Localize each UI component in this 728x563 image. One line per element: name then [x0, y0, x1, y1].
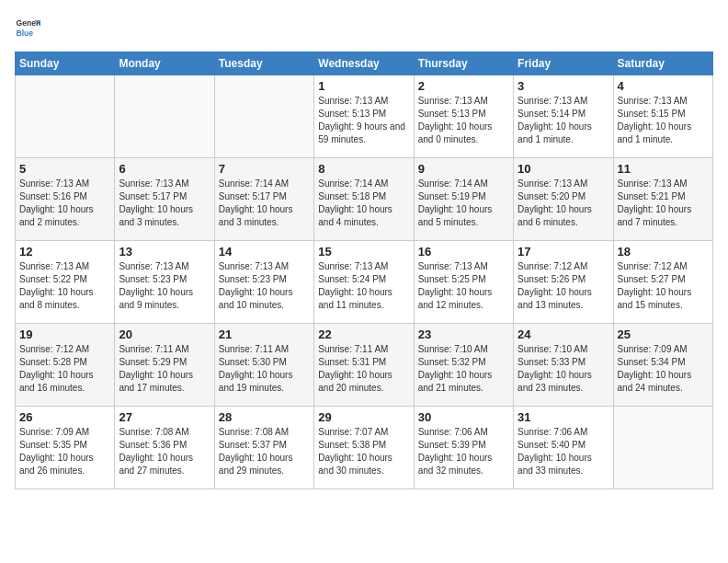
- day-number: 18: [618, 245, 709, 259]
- day-info: Sunrise: 7:07 AM Sunset: 5:38 PM Dayligh…: [318, 426, 409, 477]
- weekday-header-tuesday: Tuesday: [214, 52, 313, 75]
- day-number: 7: [219, 162, 310, 176]
- day-info: Sunrise: 7:06 AM Sunset: 5:40 PM Dayligh…: [518, 426, 609, 477]
- calendar-cell: 23Sunrise: 7:10 AM Sunset: 5:32 PM Dayli…: [414, 324, 513, 407]
- day-number: 27: [119, 410, 210, 424]
- day-number: 6: [119, 162, 210, 176]
- calendar-cell: 13Sunrise: 7:13 AM Sunset: 5:23 PM Dayli…: [115, 241, 214, 324]
- weekday-header-saturday: Saturday: [613, 52, 712, 75]
- day-info: Sunrise: 7:13 AM Sunset: 5:25 PM Dayligh…: [418, 260, 509, 312]
- day-number: 31: [518, 410, 609, 424]
- day-number: 29: [318, 410, 409, 424]
- page-header: General Blue: [15, 15, 713, 40]
- calendar-cell: 7Sunrise: 7:14 AM Sunset: 5:17 PM Daylig…: [214, 158, 313, 241]
- day-info: Sunrise: 7:13 AM Sunset: 5:21 PM Dayligh…: [618, 178, 709, 229]
- day-info: Sunrise: 7:13 AM Sunset: 5:13 PM Dayligh…: [318, 95, 409, 146]
- day-info: Sunrise: 7:14 AM Sunset: 5:17 PM Dayligh…: [219, 178, 310, 229]
- calendar-cell: 9Sunrise: 7:14 AM Sunset: 5:19 PM Daylig…: [414, 158, 513, 241]
- day-number: 17: [518, 245, 609, 259]
- day-number: 26: [19, 410, 110, 424]
- day-info: Sunrise: 7:12 AM Sunset: 5:26 PM Dayligh…: [518, 260, 609, 312]
- weekday-header-sunday: Sunday: [16, 52, 115, 75]
- weekday-header-thursday: Thursday: [414, 52, 513, 75]
- day-number: 28: [219, 410, 310, 424]
- day-info: Sunrise: 7:06 AM Sunset: 5:39 PM Dayligh…: [418, 426, 509, 477]
- calendar-cell: [613, 407, 712, 489]
- day-number: 19: [19, 327, 110, 341]
- day-number: 2: [418, 79, 509, 93]
- calendar-cell: [16, 75, 115, 158]
- day-info: Sunrise: 7:12 AM Sunset: 5:27 PM Dayligh…: [618, 260, 709, 312]
- calendar-cell: 21Sunrise: 7:11 AM Sunset: 5:30 PM Dayli…: [214, 324, 313, 407]
- calendar-cell: 8Sunrise: 7:14 AM Sunset: 5:18 PM Daylig…: [314, 158, 414, 241]
- day-number: 12: [19, 245, 110, 259]
- day-info: Sunrise: 7:08 AM Sunset: 5:36 PM Dayligh…: [119, 426, 210, 477]
- day-number: 22: [318, 327, 409, 341]
- svg-text:General: General: [17, 18, 40, 28]
- calendar-cell: 6Sunrise: 7:13 AM Sunset: 5:17 PM Daylig…: [115, 158, 214, 241]
- day-info: Sunrise: 7:11 AM Sunset: 5:29 PM Dayligh…: [119, 343, 210, 395]
- day-number: 5: [19, 162, 110, 176]
- day-info: Sunrise: 7:13 AM Sunset: 5:24 PM Dayligh…: [318, 260, 409, 312]
- calendar-cell: [115, 75, 214, 158]
- weekday-header-wednesday: Wednesday: [314, 52, 414, 75]
- calendar-cell: 25Sunrise: 7:09 AM Sunset: 5:34 PM Dayli…: [613, 324, 712, 407]
- calendar-cell: [214, 75, 313, 158]
- calendar-table: SundayMondayTuesdayWednesdayThursdayFrid…: [15, 52, 713, 489]
- day-info: Sunrise: 7:09 AM Sunset: 5:34 PM Dayligh…: [618, 343, 709, 395]
- day-info: Sunrise: 7:13 AM Sunset: 5:23 PM Dayligh…: [119, 260, 210, 312]
- calendar-cell: 30Sunrise: 7:06 AM Sunset: 5:39 PM Dayli…: [414, 407, 513, 489]
- day-info: Sunrise: 7:14 AM Sunset: 5:18 PM Dayligh…: [318, 178, 409, 229]
- calendar-cell: 26Sunrise: 7:09 AM Sunset: 5:35 PM Dayli…: [16, 407, 115, 489]
- logo: General Blue: [15, 15, 40, 40]
- calendar-cell: 1Sunrise: 7:13 AM Sunset: 5:13 PM Daylig…: [314, 75, 414, 158]
- calendar-cell: 22Sunrise: 7:11 AM Sunset: 5:31 PM Dayli…: [314, 324, 414, 407]
- day-number: 13: [119, 245, 210, 259]
- day-number: 4: [618, 79, 709, 93]
- day-number: 30: [418, 410, 509, 424]
- day-info: Sunrise: 7:13 AM Sunset: 5:17 PM Dayligh…: [119, 178, 210, 229]
- calendar-cell: 28Sunrise: 7:08 AM Sunset: 5:37 PM Dayli…: [214, 407, 313, 489]
- calendar-cell: 19Sunrise: 7:12 AM Sunset: 5:28 PM Dayli…: [16, 324, 115, 407]
- day-info: Sunrise: 7:10 AM Sunset: 5:33 PM Dayligh…: [518, 343, 609, 395]
- day-info: Sunrise: 7:14 AM Sunset: 5:19 PM Dayligh…: [418, 178, 509, 229]
- day-number: 24: [518, 327, 609, 341]
- calendar-cell: 18Sunrise: 7:12 AM Sunset: 5:27 PM Dayli…: [613, 241, 712, 324]
- calendar-cell: 3Sunrise: 7:13 AM Sunset: 5:14 PM Daylig…: [514, 75, 613, 158]
- calendar-cell: 27Sunrise: 7:08 AM Sunset: 5:36 PM Dayli…: [115, 407, 214, 489]
- calendar-cell: 20Sunrise: 7:11 AM Sunset: 5:29 PM Dayli…: [115, 324, 214, 407]
- calendar-cell: 11Sunrise: 7:13 AM Sunset: 5:21 PM Dayli…: [613, 158, 712, 241]
- day-info: Sunrise: 7:13 AM Sunset: 5:14 PM Dayligh…: [518, 95, 609, 146]
- svg-text:Blue: Blue: [17, 29, 34, 38]
- day-number: 16: [418, 245, 509, 259]
- calendar-cell: 24Sunrise: 7:10 AM Sunset: 5:33 PM Dayli…: [514, 324, 613, 407]
- weekday-header-monday: Monday: [115, 52, 214, 75]
- day-info: Sunrise: 7:13 AM Sunset: 5:13 PM Dayligh…: [418, 95, 509, 146]
- calendar-cell: 4Sunrise: 7:13 AM Sunset: 5:15 PM Daylig…: [613, 75, 712, 158]
- day-info: Sunrise: 7:13 AM Sunset: 5:20 PM Dayligh…: [518, 178, 609, 229]
- day-number: 14: [219, 245, 310, 259]
- day-number: 25: [618, 327, 709, 341]
- day-number: 1: [318, 79, 409, 93]
- calendar-cell: 10Sunrise: 7:13 AM Sunset: 5:20 PM Dayli…: [514, 158, 613, 241]
- day-number: 20: [119, 327, 210, 341]
- day-number: 3: [518, 79, 609, 93]
- day-info: Sunrise: 7:11 AM Sunset: 5:31 PM Dayligh…: [318, 343, 409, 395]
- day-number: 9: [418, 162, 509, 176]
- weekday-header-friday: Friday: [514, 52, 613, 75]
- day-number: 8: [318, 162, 409, 176]
- day-number: 23: [418, 327, 509, 341]
- day-info: Sunrise: 7:13 AM Sunset: 5:16 PM Dayligh…: [19, 178, 110, 229]
- day-number: 21: [219, 327, 310, 341]
- day-info: Sunrise: 7:10 AM Sunset: 5:32 PM Dayligh…: [418, 343, 509, 395]
- calendar-cell: 17Sunrise: 7:12 AM Sunset: 5:26 PM Dayli…: [514, 241, 613, 324]
- day-info: Sunrise: 7:09 AM Sunset: 5:35 PM Dayligh…: [19, 426, 110, 477]
- calendar-cell: 5Sunrise: 7:13 AM Sunset: 5:16 PM Daylig…: [16, 158, 115, 241]
- calendar-cell: 14Sunrise: 7:13 AM Sunset: 5:23 PM Dayli…: [214, 241, 313, 324]
- day-info: Sunrise: 7:11 AM Sunset: 5:30 PM Dayligh…: [219, 343, 310, 395]
- calendar-cell: 16Sunrise: 7:13 AM Sunset: 5:25 PM Dayli…: [414, 241, 513, 324]
- day-number: 11: [618, 162, 709, 176]
- calendar-cell: 31Sunrise: 7:06 AM Sunset: 5:40 PM Dayli…: [514, 407, 613, 489]
- calendar-cell: 2Sunrise: 7:13 AM Sunset: 5:13 PM Daylig…: [414, 75, 513, 158]
- day-info: Sunrise: 7:12 AM Sunset: 5:28 PM Dayligh…: [19, 343, 110, 395]
